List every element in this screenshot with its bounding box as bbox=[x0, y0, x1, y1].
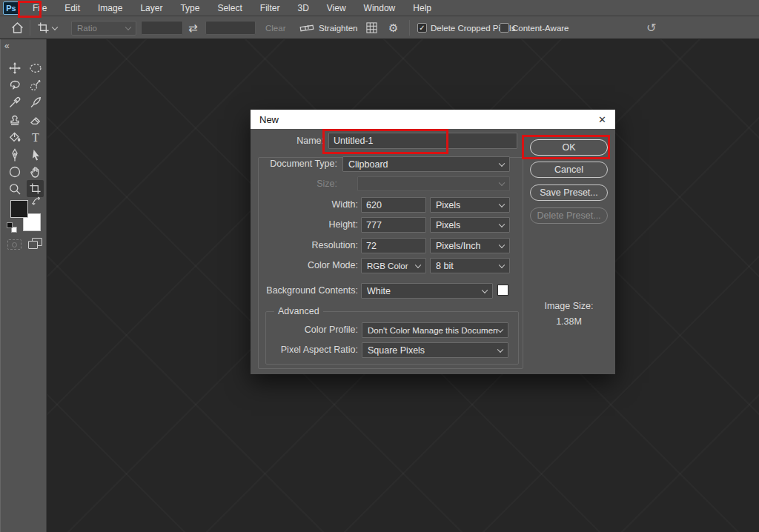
chevron-down-icon bbox=[497, 346, 503, 352]
crop-tool[interactable] bbox=[27, 180, 44, 197]
menu-edit[interactable]: Edit bbox=[56, 0, 89, 16]
background-contents-select[interactable]: White bbox=[361, 283, 493, 299]
pen-tool[interactable] bbox=[6, 146, 23, 163]
eyedropper-tool[interactable] bbox=[6, 93, 23, 110]
width-input[interactable] bbox=[361, 197, 426, 213]
path-selection-tool[interactable] bbox=[27, 146, 44, 163]
chevron-down-icon bbox=[125, 24, 131, 30]
swap-colors-icon[interactable] bbox=[32, 196, 42, 210]
menu-help[interactable]: Help bbox=[404, 0, 440, 16]
resolution-input[interactable] bbox=[361, 238, 426, 253]
content-aware-checkbox[interactable] bbox=[500, 16, 509, 39]
menu-image[interactable]: Image bbox=[89, 0, 131, 16]
swap-dimensions-icon[interactable]: ⇄ bbox=[188, 16, 198, 39]
ratio-select[interactable]: Ratio bbox=[71, 21, 136, 36]
ok-button[interactable]: OK bbox=[530, 139, 608, 156]
dialog-title: New bbox=[259, 114, 279, 125]
resolution-label: Resolution: bbox=[251, 239, 358, 251]
height-label: Height: bbox=[251, 219, 358, 230]
crop-tool-icon[interactable] bbox=[37, 16, 50, 39]
content-aware-label[interactable]: Content-Aware bbox=[512, 16, 569, 39]
screen-mode-icon[interactable] bbox=[28, 238, 43, 250]
menu-filter[interactable]: Filter bbox=[251, 0, 289, 16]
quick-mask-mode-icon[interactable] bbox=[7, 239, 21, 250]
options-bar: Ratio ⇄ Clear Straighten ⚙ ✓ Delete Crop… bbox=[0, 16, 759, 39]
straighten-icon[interactable] bbox=[299, 16, 314, 39]
default-colors-icon[interactable] bbox=[7, 222, 18, 233]
quick-selection-tool[interactable] bbox=[27, 76, 44, 93]
type-tool[interactable]: T bbox=[27, 128, 44, 145]
menu-3d[interactable]: 3D bbox=[288, 0, 317, 16]
menu-select[interactable]: Select bbox=[208, 0, 251, 16]
menu-type[interactable]: Type bbox=[171, 0, 208, 16]
gradient-tool[interactable] bbox=[6, 128, 23, 145]
crop-height-input[interactable] bbox=[205, 21, 256, 35]
eraser-tool[interactable] bbox=[27, 110, 44, 127]
default-foreground-chip bbox=[7, 222, 13, 228]
pixel-aspect-ratio-value: Square Pixels bbox=[368, 345, 425, 356]
height-input[interactable] bbox=[361, 217, 426, 233]
color-mode-select[interactable]: RGB Color bbox=[361, 258, 426, 273]
chevron-down-icon bbox=[499, 201, 505, 207]
pixel-aspect-ratio-select[interactable]: Square Pixels bbox=[362, 342, 508, 358]
spot-healing-brush-tool[interactable] bbox=[27, 93, 44, 110]
clear-button[interactable]: Clear bbox=[265, 16, 285, 39]
delete-cropped-pixels-checkbox[interactable]: ✓ bbox=[417, 16, 427, 39]
document-type-label: Document Type: bbox=[251, 158, 337, 170]
menu-view[interactable]: View bbox=[318, 0, 355, 16]
screen-mode-front-rect bbox=[28, 241, 38, 249]
image-size-value: 1.38M bbox=[530, 316, 608, 327]
advanced-legend[interactable]: Advanced bbox=[274, 306, 323, 316]
elliptical-marquee-tool[interactable] bbox=[27, 59, 44, 76]
lasso-tool[interactable] bbox=[6, 76, 23, 93]
photoshop-logo-icon: Ps bbox=[3, 1, 19, 15]
svg-text:T: T bbox=[32, 130, 39, 143]
background-color-chip[interactable] bbox=[497, 285, 508, 296]
menu-file[interactable]: File bbox=[24, 0, 56, 16]
name-input[interactable] bbox=[328, 133, 517, 149]
new-document-dialog: New ✕ Name: Document Type: Clipboard Siz… bbox=[251, 110, 615, 374]
clone-stamp-tool[interactable] bbox=[6, 110, 23, 127]
close-icon[interactable]: ✕ bbox=[598, 114, 606, 125]
color-profile-value: Don't Color Manage this Document bbox=[368, 326, 498, 335]
collapse-panel-icon[interactable]: « bbox=[4, 41, 10, 51]
straighten-label[interactable]: Straighten bbox=[319, 16, 357, 39]
crop-width-input[interactable] bbox=[141, 21, 183, 35]
height-unit-select[interactable]: Pixels bbox=[430, 217, 510, 233]
chevron-down-icon bbox=[497, 326, 503, 332]
chevron-down-icon bbox=[499, 262, 505, 267]
color-profile-label: Color Profile: bbox=[251, 324, 358, 336]
cancel-button[interactable]: Cancel bbox=[530, 162, 608, 178]
ellipse-tool[interactable] bbox=[6, 163, 23, 180]
document-type-value: Clipboard bbox=[348, 159, 388, 170]
crop-tool-preset-chevron-icon[interactable] bbox=[52, 24, 58, 30]
document-type-select[interactable]: Clipboard bbox=[342, 156, 510, 172]
height-unit-value: Pixels bbox=[436, 220, 460, 230]
color-profile-select[interactable]: Don't Color Manage this Document bbox=[362, 322, 508, 338]
resolution-unit-select[interactable]: Pixels/Inch bbox=[430, 238, 510, 253]
home-icon[interactable] bbox=[10, 16, 24, 39]
color-mode-label: Color Mode: bbox=[251, 259, 358, 271]
menu-window[interactable]: Window bbox=[355, 0, 405, 16]
hand-tool[interactable] bbox=[27, 163, 44, 180]
dialog-title-bar[interactable]: New ✕ bbox=[251, 110, 615, 129]
move-tool[interactable] bbox=[6, 59, 23, 76]
width-unit-select[interactable]: Pixels bbox=[430, 197, 510, 213]
menu-layer[interactable]: Layer bbox=[131, 0, 171, 16]
delete-preset-button: Delete Preset... bbox=[530, 207, 608, 224]
background-contents-label: Background Contents: bbox=[251, 285, 358, 296]
resolution-unit-value: Pixels/Inch bbox=[436, 241, 480, 251]
bit-depth-select[interactable]: 8 bit bbox=[430, 258, 510, 273]
bit-depth-value: 8 bit bbox=[436, 261, 454, 271]
crop-overlay-grid-icon[interactable] bbox=[365, 16, 378, 39]
width-label: Width: bbox=[251, 199, 358, 210]
color-mode-value: RGB Color bbox=[367, 262, 408, 270]
zoom-tool[interactable] bbox=[6, 180, 23, 197]
options-divider bbox=[30, 20, 30, 36]
save-preset-button[interactable]: Save Preset... bbox=[530, 184, 608, 201]
foreground-color-swatch[interactable] bbox=[10, 200, 28, 218]
background-contents-value: White bbox=[367, 286, 391, 296]
crop-settings-gear-icon[interactable]: ⚙ bbox=[388, 16, 398, 39]
reset-icon[interactable]: ↺ bbox=[646, 16, 656, 39]
chevron-down-icon bbox=[499, 221, 505, 227]
